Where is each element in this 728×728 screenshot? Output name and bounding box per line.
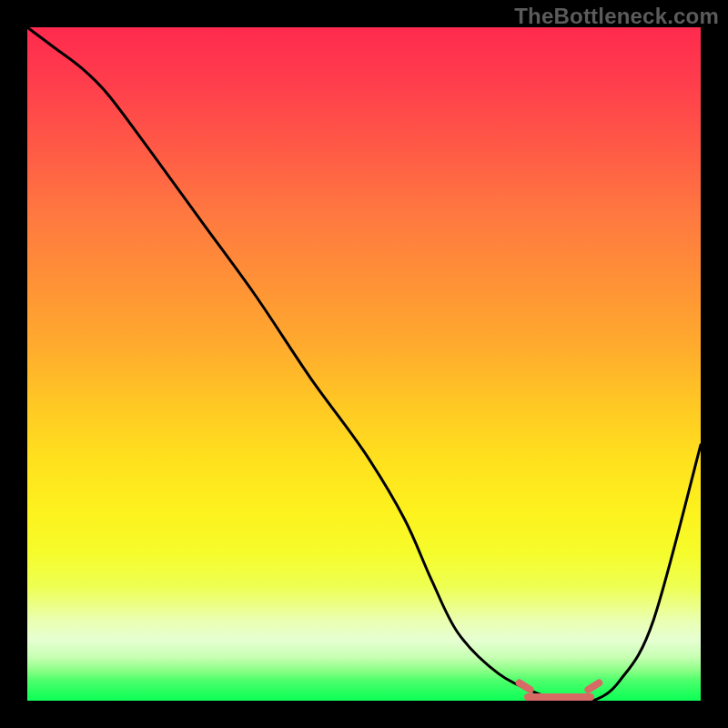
bottleneck-curve bbox=[27, 27, 701, 701]
watermark-text: TheBottleneck.com bbox=[514, 4, 719, 29]
plot-area bbox=[27, 27, 701, 701]
optimal-range-marker-flat bbox=[524, 693, 594, 701]
chart-frame: TheBottleneck.com bbox=[0, 0, 728, 728]
